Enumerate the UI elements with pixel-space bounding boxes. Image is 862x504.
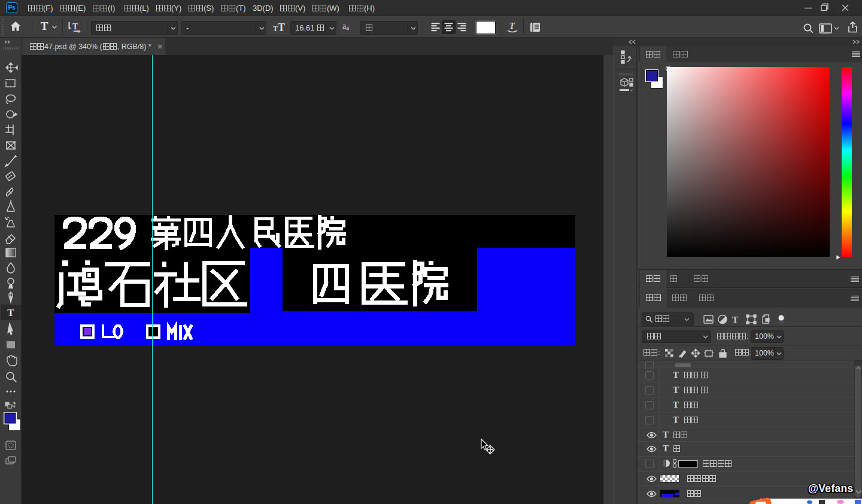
svg-text:T: T: [732, 315, 738, 324]
svg-text:T: T: [72, 22, 78, 31]
svg-text:T: T: [7, 307, 14, 318]
svg-text:T: T: [509, 22, 515, 31]
